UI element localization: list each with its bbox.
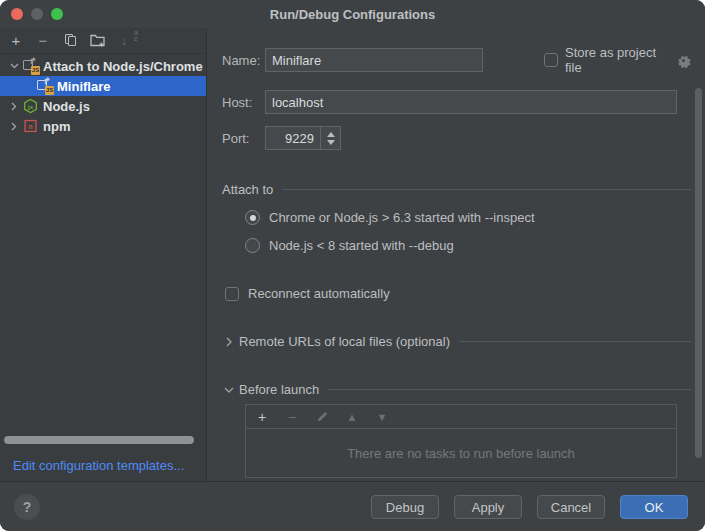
tree-item-npm[interactable]: n npm <box>0 116 206 136</box>
port-label: Port: <box>222 131 265 146</box>
help-button[interactable]: ? <box>14 494 40 520</box>
tree-item-nodejs[interactable]: js Node.js <box>0 96 206 116</box>
radio-unselected-icon[interactable] <box>245 238 260 253</box>
edit-task-icon[interactable] <box>315 410 329 423</box>
before-launch-toolbar: + − ▲ ▼ <box>246 405 676 429</box>
section-divider <box>328 389 691 390</box>
cancel-button[interactable]: Cancel <box>537 495 605 519</box>
reconnect-label: Reconnect automatically <box>248 286 390 301</box>
npm-icon: n <box>22 118 40 134</box>
tree-item-label: npm <box>43 119 70 134</box>
ok-button[interactable]: OK <box>620 495 688 519</box>
radio-option-debug[interactable]: Node.js < 8 started with --debug <box>245 238 454 253</box>
gear-icon[interactable] <box>676 53 691 68</box>
new-folder-icon[interactable] <box>89 33 105 49</box>
host-row: Host: <box>222 90 691 114</box>
port-input[interactable] <box>265 126 320 150</box>
store-as-project-file-checkbox[interactable] <box>544 53 558 67</box>
radio-option-inspect[interactable]: Chrome or Node.js > 6.3 started with --i… <box>245 210 535 225</box>
before-launch-section-header[interactable]: Before launch <box>222 382 691 397</box>
attach-config-icon: ↱ JS <box>36 78 54 94</box>
titlebar: Run/Debug Configurations <box>0 0 705 28</box>
reconnect-automatically-row[interactable]: Reconnect automatically <box>225 286 390 301</box>
nodejs-icon: js <box>22 98 40 114</box>
host-input[interactable] <box>265 90 677 114</box>
radio-selected-icon[interactable] <box>245 210 260 225</box>
sort-configurations-icon[interactable]: ↓az <box>116 33 132 49</box>
configurations-tree: ↱ JS Attach to Node.js/Chrome ↱ JS Minif… <box>0 56 206 136</box>
store-as-project-file-label: Store as project file <box>565 45 667 75</box>
svg-text:js: js <box>27 103 34 110</box>
remote-urls-title: Remote URLs of local files (optional) <box>239 334 450 349</box>
add-configuration-icon[interactable]: + <box>8 33 24 49</box>
svg-text:n: n <box>29 123 33 130</box>
tree-item-label: Node.js <box>43 99 90 114</box>
reconnect-checkbox[interactable] <box>225 287 239 301</box>
chevron-down-icon[interactable] <box>6 63 22 69</box>
chevron-right-icon[interactable] <box>6 102 22 111</box>
name-row: Name: Store as project file <box>222 48 691 72</box>
before-launch-title: Before launch <box>239 382 319 397</box>
footer-buttons: Debug Apply Cancel OK <box>371 495 688 519</box>
store-as-project-file-group: Store as project file <box>544 45 691 75</box>
configurations-toolbar: + − ↓az <box>0 28 206 54</box>
chevron-right-icon[interactable] <box>6 122 22 131</box>
move-task-down-icon[interactable]: ▼ <box>375 411 389 423</box>
tree-item-attach-to-nodejs-chrome[interactable]: ↱ JS Attach to Node.js/Chrome <box>0 56 206 76</box>
apply-button[interactable]: Apply <box>454 495 522 519</box>
host-label: Host: <box>222 95 265 110</box>
attach-config-icon: ↱ JS <box>22 58 40 74</box>
chevron-down-icon[interactable] <box>222 387 235 393</box>
attach-to-section-header: Attach to <box>222 182 691 197</box>
radio-option-label: Node.js < 8 started with --debug <box>269 238 454 253</box>
attach-to-title: Attach to <box>222 182 273 197</box>
remote-urls-section-header[interactable]: Remote URLs of local files (optional) <box>222 334 691 349</box>
section-divider <box>459 341 691 342</box>
remove-configuration-icon[interactable]: − <box>35 33 51 49</box>
before-launch-empty-text: There are no tasks to run before launch <box>246 429 676 478</box>
add-task-icon[interactable]: + <box>255 409 269 425</box>
tree-item-label: Attach to Node.js/Chrome <box>43 59 203 74</box>
move-task-up-icon[interactable]: ▲ <box>345 411 359 423</box>
configurations-sidebar: + − ↓az ↱ JS Attach to Node.js/Chr <box>0 28 207 481</box>
sidebar-horizontal-scrollbar[interactable] <box>4 436 194 444</box>
tree-item-label: Miniflare <box>57 79 110 94</box>
configuration-form: Name: Store as project file Host: Port: <box>208 28 705 481</box>
edit-configuration-templates-link[interactable]: Edit configuration templates... <box>13 458 184 473</box>
form-vertical-scrollbar[interactable] <box>695 88 702 458</box>
dialog-footer: ? Debug Apply Cancel OK <box>0 481 705 531</box>
remove-task-icon[interactable]: − <box>285 409 299 425</box>
chevron-right-icon[interactable] <box>222 337 235 347</box>
run-debug-configurations-dialog: Run/Debug Configurations + − ↓az ↱ <box>0 0 705 531</box>
section-divider <box>282 189 691 190</box>
stepper-up-icon[interactable] <box>327 132 335 137</box>
tree-item-miniflare[interactable]: ↱ JS Miniflare <box>0 76 206 96</box>
port-row: Port: <box>222 126 341 150</box>
name-label: Name: <box>222 53 265 68</box>
dialog-title: Run/Debug Configurations <box>0 0 705 28</box>
copy-configuration-icon[interactable] <box>62 33 78 49</box>
port-stepper[interactable] <box>320 126 341 150</box>
name-input[interactable] <box>265 48 483 72</box>
before-launch-panel: + − ▲ ▼ There are no tasks to run before… <box>245 404 677 478</box>
stepper-down-icon[interactable] <box>327 140 335 145</box>
debug-button[interactable]: Debug <box>371 495 439 519</box>
radio-option-label: Chrome or Node.js > 6.3 started with --i… <box>269 210 535 225</box>
